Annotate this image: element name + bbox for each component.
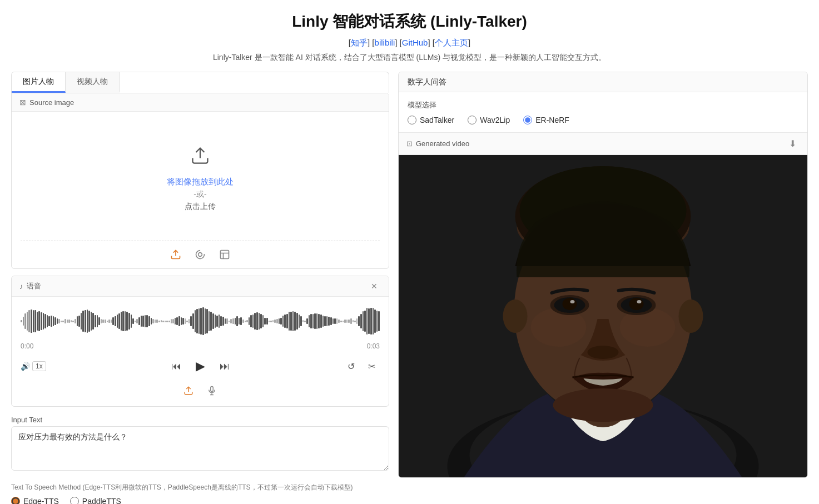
time-start: 0:00 xyxy=(21,342,33,350)
upload-or-text: -或- xyxy=(193,189,206,199)
svg-point-23 xyxy=(570,300,575,303)
tts-edge-tts-radio[interactable] xyxy=(11,497,20,504)
model-sadtalker-radio[interactable] xyxy=(408,116,416,124)
upload-click-text: 点击上传 xyxy=(185,202,216,212)
right-card-header: 数字人问答 xyxy=(399,72,807,92)
generated-video-section: ⊡ Generated video ⬇ xyxy=(399,133,807,477)
left-panel: 图片人物 视频人物 ⊠ Source image xyxy=(11,72,389,504)
page-title: Linly 智能对话系统 (Linly-Talker) xyxy=(11,11,808,32)
model-ernerf-radio[interactable] xyxy=(523,116,532,124)
audio-upload-button[interactable] xyxy=(181,383,196,401)
download-button[interactable]: ⬇ xyxy=(786,137,800,150)
link-homepage[interactable]: 个人主页 xyxy=(435,38,468,47)
generated-video-header: ⊡ Generated video ⬇ xyxy=(399,133,807,155)
model-sadtalker-text: SadTalker xyxy=(420,116,454,124)
upload-button[interactable] xyxy=(168,247,183,265)
upload-arrow-icon xyxy=(190,146,210,170)
tab-video-character[interactable]: 视频人物 xyxy=(66,72,120,93)
page-header: Linly 智能对话系统 (Linly-Talker) [知乎] [bilibi… xyxy=(11,11,808,63)
tts-edge-tts-label[interactable]: Edge-TTS xyxy=(11,497,59,504)
header-description: Linly-Talker 是一款智能 AI 对话系统，结合了大型语言模型 (LL… xyxy=(11,53,808,63)
time-end: 0:03 xyxy=(367,342,380,350)
rewind-button[interactable]: ⏮ xyxy=(167,358,186,375)
source-image-card: ⊠ Source image 将图像拖放到此处 -或- xyxy=(11,93,389,269)
audio-close-button[interactable]: ✕ xyxy=(368,281,381,292)
upload-area[interactable]: 将图像拖放到此处 -或- 点击上传 xyxy=(12,112,389,234)
audio-card: ♪ 语音 ✕ 0:00 0:03 🔊 1x xyxy=(11,276,389,407)
audio-upload-actions xyxy=(12,380,389,406)
tab-container: 图片人物 视频人物 ⊠ Source image xyxy=(11,72,389,269)
input-text-label: Input Text xyxy=(11,416,389,424)
generated-video-text: Generated video xyxy=(416,139,469,148)
scissors-button[interactable]: ✂ xyxy=(364,359,380,374)
audio-card-header: ♪ 语音 ✕ xyxy=(12,276,389,297)
tab-image-character[interactable]: 图片人物 xyxy=(12,72,66,93)
model-ernerf-text: ER-NeRF xyxy=(535,116,569,124)
audio-controls: 🔊 1x ⏮ ▶ ⏭ ↺ ✂ xyxy=(12,352,389,380)
video-icon: ⊡ xyxy=(406,139,413,148)
svg-rect-5 xyxy=(211,387,214,392)
upload-actions xyxy=(12,241,389,268)
image-icon: ⊠ xyxy=(19,98,26,107)
link-github[interactable]: GitHub xyxy=(402,38,428,47)
svg-point-27 xyxy=(637,300,642,303)
volume-icon: 🔊 xyxy=(21,362,30,371)
right-card: 数字人问答 模型选择 SadTalker Wav2Lip xyxy=(398,72,808,478)
audio-title-group: ♪ 语音 xyxy=(19,281,41,291)
undo-button[interactable]: ↺ xyxy=(343,359,359,374)
right-panel: 数字人问答 模型选择 SadTalker Wav2Lip xyxy=(398,72,808,478)
svg-point-16 xyxy=(503,300,528,333)
tts-radio-group: Edge-TTS PaddleTTS xyxy=(11,497,389,504)
input-textarea[interactable] xyxy=(11,426,389,471)
svg-point-26 xyxy=(629,298,644,310)
audio-waveform-area xyxy=(12,297,389,340)
tts-edge-tts-text: Edge-TTS xyxy=(23,497,59,504)
link-zhihu[interactable]: 知乎 xyxy=(351,38,368,47)
svg-point-17 xyxy=(679,300,703,333)
model-radio-group: SadTalker Wav2Lip ER-NeRF xyxy=(408,116,798,124)
model-wav2lip-label[interactable]: Wav2Lip xyxy=(468,116,510,124)
right-panel-title: 数字人问答 xyxy=(408,77,446,86)
header-links: [知乎] [bilibili] [GitHub] [个人主页] xyxy=(11,38,808,48)
svg-point-28 xyxy=(588,346,619,359)
play-button[interactable]: ▶ xyxy=(191,357,210,376)
music-icon: ♪ xyxy=(19,282,23,291)
tts-paddletss-label[interactable]: PaddleTTS xyxy=(70,497,121,504)
model-wav2lip-radio[interactable] xyxy=(468,116,476,124)
svg-point-29 xyxy=(553,388,653,422)
generated-video-label-group: ⊡ Generated video xyxy=(406,139,469,148)
audio-time-row: 0:00 0:03 xyxy=(12,340,389,352)
upload-drag-text: 将图像拖放到此处 xyxy=(167,177,234,187)
link-bilibili[interactable]: bilibili xyxy=(375,38,395,47)
svg-point-2 xyxy=(198,253,202,257)
model-ernerf-label[interactable]: ER-NeRF xyxy=(523,116,569,124)
tts-method-note: Text To Speech Method (Edge-TTS利用微软的TTS，… xyxy=(11,483,389,492)
speed-badge[interactable]: 1x xyxy=(32,361,46,371)
main-layout: 图片人物 视频人物 ⊠ Source image xyxy=(11,72,808,504)
audio-label: 语音 xyxy=(27,281,41,291)
svg-rect-3 xyxy=(221,251,229,259)
model-selection-section: 模型选择 SadTalker Wav2Lip ER-NeRF xyxy=(399,92,807,133)
tts-paddletss-text: PaddleTTS xyxy=(82,497,121,504)
model-wav2lip-text: Wav2Lip xyxy=(480,116,510,124)
fast-forward-button[interactable]: ⏭ xyxy=(215,358,234,375)
model-selection-label: 模型选择 xyxy=(408,100,798,110)
tab-bar: 图片人物 视频人物 xyxy=(11,72,389,93)
tts-paddletss-radio[interactable] xyxy=(70,497,79,504)
source-image-label: Source image xyxy=(29,98,74,107)
svg-point-22 xyxy=(563,298,577,310)
source-image-header: ⊠ Source image xyxy=(12,93,389,112)
camera-button[interactable] xyxy=(192,247,208,265)
audio-right-controls: ↺ ✂ xyxy=(343,359,380,374)
waveform xyxy=(21,305,380,338)
audio-volume-group: 🔊 1x xyxy=(21,361,46,371)
input-text-section: Input Text xyxy=(11,416,389,473)
video-face-svg xyxy=(399,155,807,477)
tts-method-section: Text To Speech Method (Edge-TTS利用微软的TTS，… xyxy=(11,480,389,504)
video-preview xyxy=(399,155,807,477)
file-button[interactable] xyxy=(217,247,232,265)
mic-button[interactable] xyxy=(205,383,219,401)
model-sadtalker-label[interactable]: SadTalker xyxy=(408,116,454,124)
